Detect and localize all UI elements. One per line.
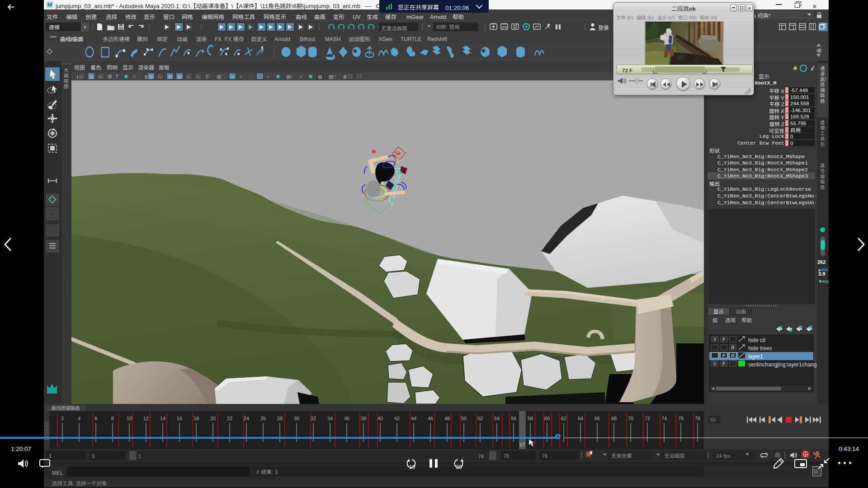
svg-text:38: 38 — [361, 416, 366, 421]
svg-text:60: 60 — [544, 416, 550, 421]
svg-text:4: 4 — [78, 416, 80, 421]
svg-text:26: 26 — [260, 416, 266, 421]
svg-text:2: 2 — [61, 416, 64, 421]
svg-text:28: 28 — [277, 416, 283, 421]
svg-text:8: 8 — [111, 416, 114, 421]
svg-text:76: 76 — [678, 416, 684, 421]
svg-text:56: 56 — [511, 416, 516, 421]
svg-text:20: 20 — [210, 416, 216, 421]
svg-text:72: 72 — [645, 416, 650, 421]
svg-text:10: 10 — [127, 416, 132, 421]
svg-text:34: 34 — [327, 416, 333, 421]
svg-text:66: 66 — [594, 416, 600, 421]
svg-text:42: 42 — [394, 416, 400, 421]
svg-text:24: 24 — [244, 416, 249, 421]
svg-text:6: 6 — [94, 416, 97, 421]
svg-text:IPR: IPR — [502, 25, 507, 29]
svg-text:57: 57 — [519, 442, 525, 447]
svg-text:36: 36 — [344, 416, 349, 421]
svg-text:50: 50 — [461, 416, 467, 421]
svg-text:12: 12 — [143, 416, 149, 421]
svg-text:44: 44 — [411, 416, 416, 421]
svg-text:74: 74 — [661, 416, 667, 421]
svg-text:78: 78 — [695, 416, 700, 421]
svg-text:58: 58 — [528, 416, 533, 421]
svg-text:46: 46 — [428, 416, 433, 421]
svg-text:52: 52 — [477, 416, 483, 421]
svg-text:54: 54 — [494, 416, 500, 421]
svg-text:14: 14 — [160, 416, 165, 421]
svg-text:16: 16 — [177, 416, 182, 421]
svg-text:18: 18 — [193, 416, 199, 421]
svg-text:68: 68 — [611, 416, 617, 421]
svg-text:40: 40 — [377, 416, 383, 421]
svg-text:64: 64 — [578, 416, 583, 421]
svg-text:32: 32 — [311, 416, 316, 421]
svg-text:30: 30 — [294, 416, 299, 421]
svg-text:22: 22 — [227, 416, 232, 421]
svg-text:70: 70 — [628, 416, 633, 421]
svg-text:48: 48 — [444, 416, 450, 421]
svg-text:62: 62 — [561, 416, 566, 421]
